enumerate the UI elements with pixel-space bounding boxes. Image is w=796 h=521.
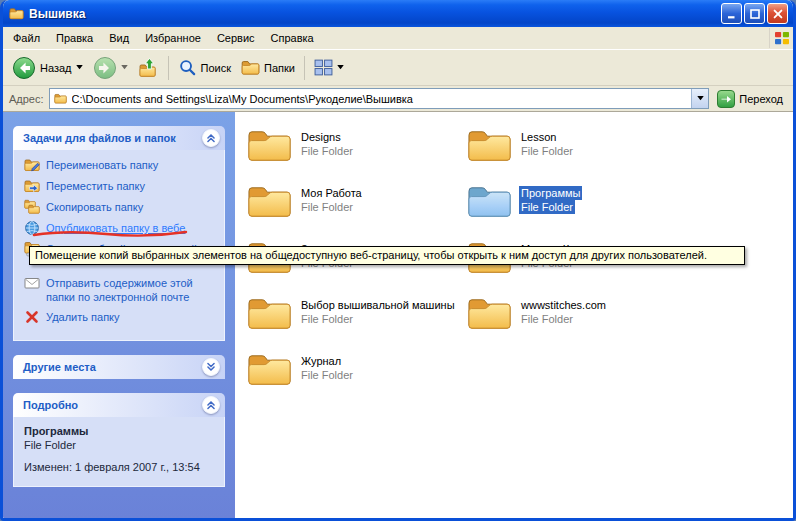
file-name: Выбор вышивальной машины [299, 298, 457, 312]
menu-bar: Файл Правка Вид Избранное Сервис Справка [3, 27, 793, 50]
details-body: Программы File Folder Изменен: 1 февраля… [13, 417, 225, 487]
window-folder-icon [8, 6, 25, 21]
file-tile[interactable]: Моя РаботаFile Folder [247, 182, 467, 238]
menu-view[interactable]: Вид [101, 29, 137, 47]
menu-favorites[interactable]: Избранное [137, 29, 209, 47]
toolbar-separator [168, 56, 169, 80]
file-name: Lesson [519, 130, 558, 144]
tasks-panel-header[interactable]: Задачи для файлов и папок [13, 126, 225, 150]
file-type: File Folder [299, 368, 355, 382]
task-label: Переместить папку [46, 178, 145, 193]
menu-file[interactable]: Файл [5, 29, 48, 47]
back-label: Назад [40, 62, 72, 74]
task-email-folder[interactable]: Отправить содержимое этой папки по элект… [24, 275, 218, 304]
go-arrow-icon [717, 90, 735, 108]
views-button[interactable] [309, 54, 349, 81]
task-move-folder[interactable]: Переместить папку [24, 178, 218, 194]
title-bar[interactable]: Вышивка [3, 0, 793, 27]
file-tile[interactable]: DesignsFile Folder [247, 126, 467, 182]
maximize-button[interactable] [744, 3, 765, 24]
details-title: Подробно [23, 399, 78, 411]
folder-up-icon [138, 57, 159, 78]
folder-icon [247, 182, 292, 220]
folder-icon [467, 182, 512, 220]
back-arrow-icon [12, 56, 36, 80]
address-bar: Адрес: C:\Documents and Settings\Liza\My… [3, 86, 793, 112]
task-label: Отправить содержимое этой папки по элект… [46, 275, 218, 304]
file-name: Designs [299, 130, 343, 144]
window-controls [721, 3, 788, 24]
close-button[interactable] [767, 3, 788, 24]
tasks-panel-title: Задачи для файлов и папок [23, 132, 176, 144]
windows-logo-icon [769, 28, 793, 48]
search-button[interactable]: Поиск [173, 54, 236, 81]
file-tile[interactable]: LessonFile Folder [467, 126, 687, 182]
other-places-header[interactable]: Другие места [13, 355, 225, 379]
folder-icon [467, 126, 512, 164]
details-header[interactable]: Подробно [13, 393, 225, 417]
menu-edit[interactable]: Правка [48, 29, 101, 47]
task-copy-folder[interactable]: Скопировать папку [24, 199, 218, 215]
go-label: Переход [739, 93, 783, 105]
publish-icon [24, 220, 40, 236]
task-label: Переименовать папку [46, 157, 158, 172]
search-label: Поиск [201, 62, 231, 74]
details-modified: Изменен: 1 февраля 2007 г., 13:54 [24, 461, 216, 474]
file-name: Моя Работа [299, 186, 364, 200]
tooltip: Помещение копий выбранных элементов на о… [29, 246, 745, 265]
folder-icon [247, 294, 292, 332]
toolbar: Назад Поиск Папки [3, 50, 793, 86]
delete-icon [24, 309, 40, 325]
task-label: Удалить папку [46, 309, 120, 324]
file-list: DesignsFile Folder LessonFile Folder Моя… [235, 112, 793, 518]
minimize-button[interactable] [721, 3, 742, 24]
collapse-chevron-icon[interactable] [202, 129, 220, 147]
menu-tools[interactable]: Сервис [209, 29, 263, 47]
collapse-chevron-icon[interactable] [202, 396, 220, 414]
file-tile[interactable]: wwwstitches.comFile Folder [467, 294, 687, 350]
file-tile[interactable]: Выбор вышивальной машиныFile Folder [247, 294, 467, 350]
address-path: C:\Documents and Settings\Liza\My Docume… [72, 93, 688, 105]
forward-dropdown-icon [121, 65, 128, 70]
task-rename-folder[interactable]: Переименовать папку [24, 157, 218, 173]
address-input[interactable]: C:\Documents and Settings\Liza\My Docume… [49, 88, 710, 109]
file-type: File Folder [519, 312, 575, 326]
address-dropdown-button[interactable] [691, 89, 708, 108]
file-tile[interactable]: ПрограммыFile Folder [467, 182, 687, 238]
file-name: Журнал [299, 354, 343, 368]
rename-icon [24, 157, 40, 173]
forward-button[interactable] [88, 52, 133, 84]
search-icon [178, 58, 197, 77]
file-type: File Folder [299, 200, 355, 214]
folder-icon [247, 126, 292, 164]
go-button[interactable]: Переход [714, 88, 789, 110]
address-folder-icon [53, 92, 68, 105]
expand-chevron-icon[interactable] [202, 358, 220, 376]
file-name: wwwstitches.com [519, 298, 608, 312]
folders-button[interactable]: Папки [236, 54, 300, 81]
other-places-panel: Другие места [13, 355, 225, 379]
file-type: File Folder [519, 200, 575, 214]
file-type: File Folder [299, 144, 355, 158]
task-label: Опубликовать папку в вебе [46, 220, 185, 235]
toolbar-separator [304, 56, 305, 80]
task-delete-folder[interactable]: Удалить папку [24, 309, 218, 325]
copy-icon [24, 199, 40, 215]
back-dropdown-icon [76, 65, 83, 70]
back-button[interactable]: Назад [7, 52, 88, 84]
content-area: Задачи для файлов и папок Переименовать … [3, 112, 793, 518]
file-type: File Folder [299, 312, 355, 326]
tasks-panel: Задачи для файлов и папок Переименовать … [13, 126, 225, 341]
folder-icon [247, 350, 292, 388]
file-type: File Folder [519, 144, 575, 158]
up-button[interactable] [133, 53, 164, 82]
email-icon [24, 275, 40, 291]
menu-help[interactable]: Справка [263, 29, 322, 47]
window-title: Вышивка [29, 7, 721, 21]
file-tile[interactable]: ЖурналFile Folder [247, 350, 467, 406]
task-publish-folder[interactable]: Опубликовать папку в вебе [24, 220, 218, 236]
folder-icon [467, 294, 512, 332]
views-grid-icon [314, 58, 333, 77]
explorer-window: Вышивка Файл Правка Вид Избранное Сервис… [0, 0, 796, 521]
forward-arrow-icon [93, 56, 117, 80]
